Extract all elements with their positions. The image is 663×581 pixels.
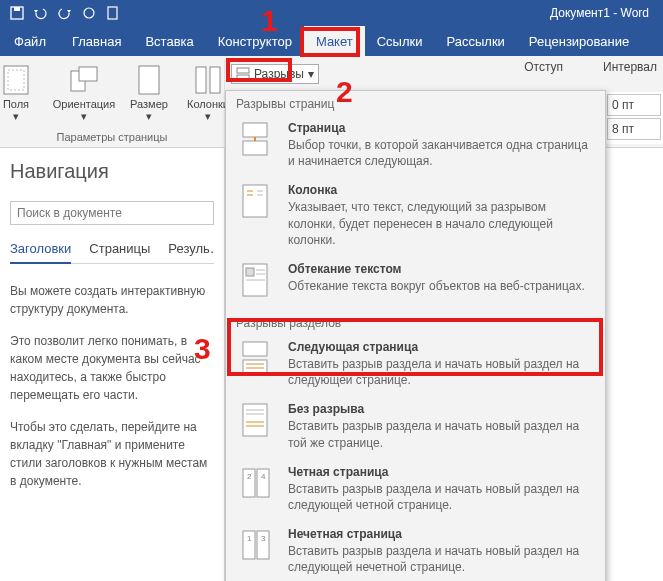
dd-item-text-wrap[interactable]: Обтекание текстомОбтекание текста вокруг…	[226, 256, 605, 310]
breaks-icon	[236, 67, 250, 81]
save-button[interactable]	[6, 2, 28, 24]
svg-rect-25	[243, 342, 267, 356]
nav-p3: Чтобы это сделать, перейдите на вкладку …	[10, 418, 214, 490]
indent-label: Отступ	[524, 60, 563, 74]
chevron-down-icon: ▾	[81, 110, 87, 123]
redo-button[interactable]	[54, 2, 76, 24]
chevron-down-icon: ▾	[146, 110, 152, 123]
size-button[interactable]: Размер ▾	[124, 62, 174, 131]
menu-design[interactable]: Конструктор	[206, 26, 304, 56]
dd-title: Обтекание текстом	[288, 262, 595, 276]
page-break-icon	[240, 121, 272, 161]
menu-mailings[interactable]: Рассылки	[434, 26, 516, 56]
svg-text:4: 4	[261, 472, 266, 481]
svg-text:2: 2	[247, 472, 252, 481]
svg-text:1: 1	[247, 534, 252, 543]
margins-button[interactable]: Поля ▾	[0, 62, 44, 131]
svg-rect-12	[237, 75, 249, 80]
nav-p1: Вы можете создать интерактивную структур…	[10, 282, 214, 318]
continuous-icon	[240, 402, 272, 442]
breaks-label: Разрывы	[254, 67, 304, 81]
nav-p2: Это позволит легко понимать, в каком мес…	[10, 332, 214, 404]
dd-item-next-page[interactable]: Следующая страницаВставить разрыв раздел…	[226, 334, 605, 396]
spacing-after-input[interactable]: 8 пт	[607, 118, 661, 140]
document-title: Документ1 - Word	[550, 6, 657, 20]
dd-item-page[interactable]: СтраницаВыбор точки, в которой заканчива…	[226, 115, 605, 177]
odd-page-icon: 13	[240, 527, 272, 567]
next-page-icon	[240, 340, 272, 380]
touch-mode-button[interactable]	[78, 2, 100, 24]
menubar: Файл Главная Вставка Конструктор Макет С…	[0, 26, 663, 56]
tab-results[interactable]: Резуль…	[168, 241, 214, 263]
undo-button[interactable]	[30, 2, 52, 24]
titlebar: Документ1 - Word	[0, 0, 663, 26]
menu-file[interactable]: Файл	[4, 26, 60, 56]
dd-title: Без разрыва	[288, 402, 595, 416]
menu-review[interactable]: Рецензирование	[517, 26, 641, 56]
svg-rect-13	[243, 123, 267, 137]
nav-search-input[interactable]: Поиск в документе	[10, 201, 214, 225]
columns-label: Колонки	[187, 98, 229, 110]
dd-desc: Вставить разрыв раздела и начать новый р…	[288, 543, 595, 575]
menu-insert[interactable]: Вставка	[133, 26, 205, 56]
dd-desc: Вставить разрыв раздела и начать новый р…	[288, 418, 595, 450]
breaks-button[interactable]: Разрывы ▾	[231, 64, 319, 84]
svg-rect-11	[237, 68, 249, 73]
svg-rect-15	[243, 185, 267, 217]
svg-rect-14	[243, 141, 267, 155]
dd-title: Страница	[288, 121, 595, 135]
navigation-panel: Навигация Поиск в документе Заголовки Ст…	[0, 148, 225, 581]
breaks-dropdown: Разрывы страниц СтраницаВыбор точки, в к…	[225, 90, 606, 581]
new-doc-button[interactable]	[102, 2, 124, 24]
columns-icon	[192, 64, 224, 96]
nav-title: Навигация	[10, 160, 214, 183]
dd-item-even-page[interactable]: 24 Четная страницаВставить разрыв раздел…	[226, 459, 605, 521]
svg-rect-3	[108, 7, 117, 19]
svg-rect-29	[243, 404, 267, 436]
nav-tabs: Заголовки Страницы Резуль…	[10, 241, 214, 264]
dd-item-column[interactable]: КолонкаУказывает, что текст, следующий з…	[226, 177, 605, 256]
margins-icon	[0, 64, 32, 96]
svg-rect-10	[210, 67, 220, 93]
quick-access-toolbar	[6, 2, 124, 24]
chevron-down-icon: ▾	[13, 110, 19, 123]
dd-desc: Выбор точки, в которой заканчивается одн…	[288, 137, 595, 169]
spacing-inputs: 0 пт 8 пт	[605, 92, 663, 144]
dd-desc: Вставить разрыв раздела и начать новый р…	[288, 356, 595, 388]
size-label: Размер	[130, 98, 168, 110]
orientation-icon	[68, 64, 100, 96]
spacing-before-input[interactable]: 0 пт	[607, 94, 661, 116]
svg-rect-8	[139, 66, 159, 94]
svg-text:3: 3	[261, 534, 266, 543]
dd-item-continuous[interactable]: Без разрываВставить разрыв раздела и нач…	[226, 396, 605, 458]
dd-title: Нечетная страница	[288, 527, 595, 541]
dd-section-section-breaks: Разрывы разделов	[226, 310, 605, 334]
orientation-button[interactable]: Ориентация ▾	[50, 62, 118, 131]
chevron-down-icon: ▾	[308, 67, 314, 81]
menu-layout[interactable]: Макет	[304, 26, 365, 56]
dd-desc: Вставить разрыв раздела и начать новый р…	[288, 481, 595, 513]
dd-desc: Обтекание текста вокруг объектов на веб-…	[288, 278, 595, 294]
even-page-icon: 24	[240, 465, 272, 505]
margins-label: Поля	[3, 98, 29, 110]
svg-point-2	[84, 8, 94, 18]
column-break-icon	[240, 183, 272, 223]
dd-section-page-breaks: Разрывы страниц	[226, 91, 605, 115]
dd-item-odd-page[interactable]: 13 Нечетная страницаВставить разрыв разд…	[226, 521, 605, 581]
svg-rect-21	[246, 268, 254, 276]
size-icon	[133, 64, 165, 96]
dd-desc: Указывает, что текст, следующий за разры…	[288, 199, 595, 248]
tab-pages[interactable]: Страницы	[89, 241, 150, 263]
dd-title: Следующая страница	[288, 340, 595, 354]
menu-home[interactable]: Главная	[60, 26, 133, 56]
dd-title: Четная страница	[288, 465, 595, 479]
svg-rect-9	[196, 67, 206, 93]
svg-rect-26	[243, 360, 267, 374]
tab-headings[interactable]: Заголовки	[10, 241, 71, 264]
text-wrap-icon	[240, 262, 272, 302]
orientation-label: Ориентация	[53, 98, 115, 110]
svg-rect-7	[79, 67, 97, 81]
menu-references[interactable]: Ссылки	[365, 26, 435, 56]
page-setup-group-label: Параметры страницы	[57, 131, 168, 145]
chevron-down-icon: ▾	[205, 110, 211, 123]
